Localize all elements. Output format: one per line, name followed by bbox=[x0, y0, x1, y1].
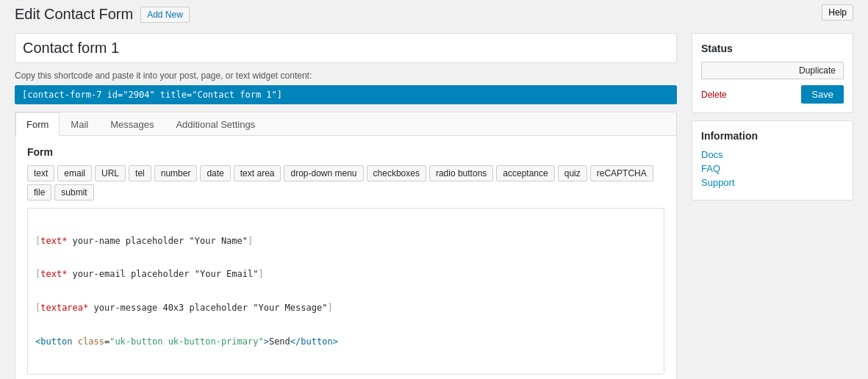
field-btn-checkboxes[interactable]: checkboxes bbox=[367, 165, 426, 181]
status-panel-title: Status bbox=[701, 43, 844, 54]
field-btn-radio-buttons[interactable]: radio buttons bbox=[429, 165, 493, 181]
field-btn-acceptance[interactable]: acceptance bbox=[496, 165, 554, 181]
panel-actions: Delete Save bbox=[701, 85, 844, 104]
field-buttons: textemailURLtelnumberdatetext areadrop-d… bbox=[27, 165, 664, 201]
field-btn-text-area[interactable]: text area bbox=[234, 165, 281, 181]
page-header: Edit Contact Form Add New Help bbox=[0, 0, 868, 26]
delete-link[interactable]: Delete bbox=[701, 90, 727, 100]
information-panel-title: Information bbox=[701, 130, 844, 142]
code-editor[interactable]: [text* your-name placeholder "Your Name"… bbox=[27, 208, 664, 375]
field-btn-file[interactable]: file bbox=[27, 184, 51, 201]
tabs-container: Form Mail Messages Additional Settings F… bbox=[15, 112, 677, 379]
shortcode-label: Copy this shortcode and paste it into yo… bbox=[15, 71, 677, 81]
left-panel: Copy this shortcode and paste it into yo… bbox=[15, 33, 677, 379]
tab-bar: Form Mail Messages Additional Settings bbox=[15, 112, 676, 136]
tab-form[interactable]: Form bbox=[15, 112, 60, 136]
shortcode-bar[interactable]: [contact-form-7 id="2904" title="Contact… bbox=[15, 85, 677, 104]
tab-form-content: Form textemailURLtelnumberdatetext aread… bbox=[15, 136, 676, 379]
shortcode-section: Copy this shortcode and paste it into yo… bbox=[15, 71, 677, 104]
field-btn-quiz[interactable]: quiz bbox=[558, 165, 587, 181]
page-title: Edit Contact Form bbox=[15, 6, 133, 23]
tab-additional-settings[interactable]: Additional Settings bbox=[165, 112, 266, 136]
status-panel: Status Duplicate Delete Save bbox=[692, 33, 853, 113]
faq-link[interactable]: FAQ bbox=[701, 163, 844, 174]
form-title-input[interactable] bbox=[15, 33, 677, 63]
field-btn-recaptcha[interactable]: reCAPTCHA bbox=[590, 165, 653, 181]
support-link[interactable]: Support bbox=[701, 177, 844, 188]
save-button[interactable]: Save bbox=[801, 85, 844, 104]
form-section-title: Form bbox=[27, 146, 664, 158]
duplicate-button[interactable]: Duplicate bbox=[701, 62, 844, 79]
field-btn-drop-down-menu[interactable]: drop-down menu bbox=[284, 165, 363, 181]
field-btn-tel[interactable]: tel bbox=[129, 165, 151, 181]
add-new-button[interactable]: Add New bbox=[140, 7, 190, 23]
tab-mail[interactable]: Mail bbox=[60, 112, 99, 136]
right-panel: Status Duplicate Delete Save Information… bbox=[692, 33, 853, 379]
information-panel: Information Docs FAQ Support bbox=[692, 120, 853, 201]
main-content: Copy this shortcode and paste it into yo… bbox=[0, 26, 868, 379]
docs-link[interactable]: Docs bbox=[701, 149, 844, 160]
field-btn-email[interactable]: email bbox=[57, 165, 92, 181]
field-btn-date[interactable]: date bbox=[200, 165, 230, 181]
tab-messages[interactable]: Messages bbox=[99, 112, 165, 136]
field-btn-number[interactable]: number bbox=[154, 165, 198, 181]
field-btn-url[interactable]: URL bbox=[95, 165, 126, 181]
field-btn-text[interactable]: text bbox=[27, 165, 54, 181]
help-button[interactable]: Help bbox=[822, 4, 853, 21]
field-btn-submit[interactable]: submit bbox=[54, 184, 93, 201]
